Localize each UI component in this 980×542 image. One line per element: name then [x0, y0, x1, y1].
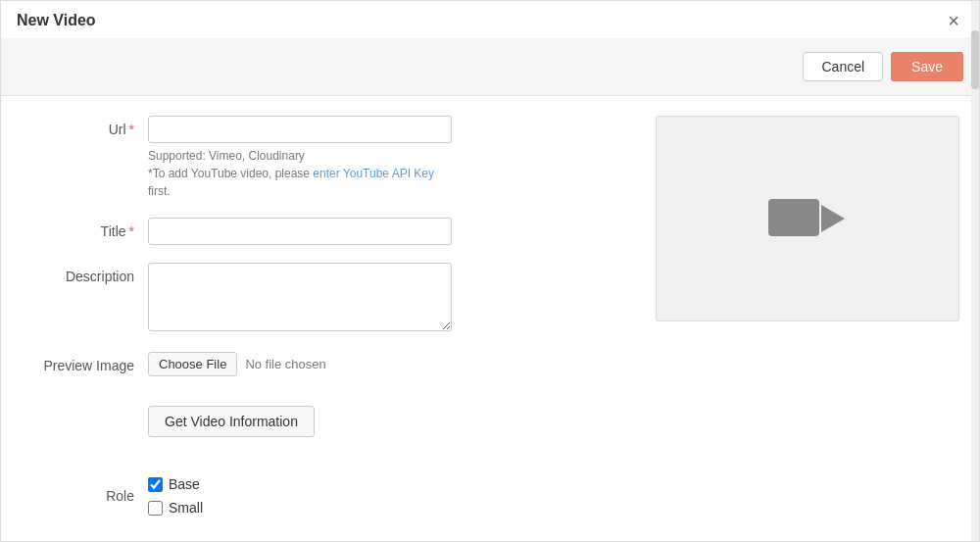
modal-body: Url* Supported: Vimeo, Cloudinary *To ad… — [1, 96, 979, 541]
title-field — [148, 218, 452, 245]
preview-section — [646, 116, 979, 521]
toolbar: Cancel Save — [1, 38, 979, 96]
url-input[interactable] — [148, 116, 452, 143]
get-video-btn-wrapper: Get Video Information — [40, 396, 626, 457]
form-section: Url* Supported: Vimeo, Cloudinary *To ad… — [1, 116, 646, 521]
choose-file-button[interactable]: Choose File — [148, 352, 237, 376]
preview-image-row: Preview Image Choose File No file chosen — [40, 352, 626, 376]
description-field — [148, 263, 452, 334]
video-preview-box — [656, 116, 959, 321]
cancel-button[interactable]: Cancel — [803, 52, 883, 81]
url-field: Supported: Vimeo, Cloudinary *To add You… — [148, 116, 452, 200]
role-options: Base Small — [148, 476, 203, 516]
scrollbar-thumb[interactable] — [971, 30, 979, 89]
save-button[interactable]: Save — [891, 52, 963, 81]
youtube-api-key-link[interactable]: enter YouTube API Key — [313, 167, 434, 180]
preview-image-field: Choose File No file chosen — [148, 352, 452, 376]
title-required-star: * — [129, 223, 134, 239]
url-row: Url* Supported: Vimeo, Cloudinary *To ad… — [40, 116, 626, 200]
title-row: Title* — [40, 218, 626, 245]
video-icon-svg — [768, 191, 847, 246]
role-checkbox-small[interactable] — [148, 501, 163, 516]
role-option-base[interactable]: Base — [148, 476, 203, 492]
close-button[interactable]: × — [944, 11, 963, 30]
role-row: Role Base Small — [40, 476, 626, 516]
url-hint: Supported: Vimeo, Cloudinary *To add You… — [148, 147, 452, 200]
scrollbar-track — [971, 1, 979, 541]
file-input-wrapper: Choose File No file chosen — [148, 352, 452, 376]
title-input[interactable] — [148, 218, 452, 245]
role-checkbox-base[interactable] — [148, 477, 163, 492]
description-row: Description — [40, 263, 626, 334]
title-label: Title* — [40, 218, 148, 239]
svg-rect-0 — [768, 199, 819, 236]
role-section: Role Base Small — [40, 476, 626, 516]
modal-container: New Video × Cancel Save Url* Supported: … — [0, 0, 980, 542]
modal-title: New Video — [17, 12, 96, 29]
video-camera-icon — [768, 191, 847, 246]
svg-marker-1 — [821, 205, 845, 232]
role-label: Role — [40, 488, 148, 504]
modal-title-bar: New Video × — [1, 1, 979, 38]
url-required-star: * — [129, 122, 134, 137]
file-chosen-text: No file chosen — [245, 357, 325, 371]
preview-image-label: Preview Image — [40, 352, 148, 373]
description-textarea[interactable] — [148, 263, 452, 331]
get-video-information-button[interactable]: Get Video Information — [148, 406, 315, 437]
role-option-small[interactable]: Small — [148, 500, 203, 516]
description-label: Description — [40, 263, 148, 284]
url-label: Url* — [40, 116, 148, 137]
